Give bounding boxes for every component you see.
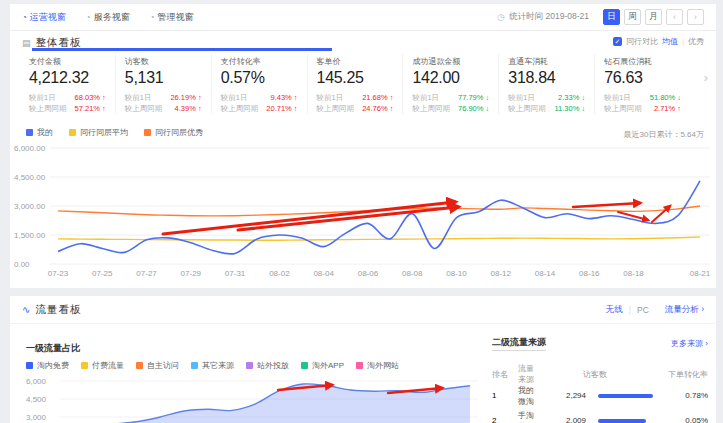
nav-tab-1[interactable]: ◔运营视窗 <box>22 11 66 24</box>
device-tab-pc[interactable]: PC <box>637 305 649 315</box>
cell-conversion: 0.78% <box>656 391 708 400</box>
cumulative-summary: 最近30日累计：5.64万 <box>624 129 704 140</box>
metric-label: 访客数 <box>125 56 202 67</box>
delta-label: 较前1日 <box>604 92 631 103</box>
more-sources-link[interactable]: 更多来源 › <box>671 338 708 349</box>
traffic-legend-swatch <box>26 362 33 369</box>
metric-delta-row: 较上周同期4.39% ↑ <box>125 103 202 114</box>
metric-card[interactable]: 钻石展位消耗76.63较前1日51.80% ↓较上周同期2.71% ↑ <box>594 54 690 114</box>
delta-label: 较上周同期 <box>604 103 642 114</box>
overview-panel: ◔运营视窗◔服务视窗◔管理视窗 ◷ 统计时间 2019-08-21 日周月 ‹ … <box>10 4 716 288</box>
table-row[interactable]: 2手淘首页2,0090.05% <box>492 408 708 423</box>
traffic-legend-label: 自主访问 <box>147 360 179 371</box>
metric-cards: 支付金额4,212.32较前1日68.03% ↑较上周同期57.21% ↑访客数… <box>20 54 690 114</box>
metric-card[interactable]: 客单价145.25较前1日21.68% ↑较上周同期24.76% ↑ <box>307 54 403 114</box>
delta-label: 较上周同期 <box>29 103 67 114</box>
metric-delta-row: 较前1日77.79% ↓ <box>412 92 489 103</box>
y-axis-tick: 1,500.00 <box>14 231 46 240</box>
traffic-legend-item[interactable]: 站外投放 <box>246 360 289 371</box>
red-annotation-arrow <box>238 207 458 230</box>
traffic-legend-item[interactable]: 自主访问 <box>136 360 179 371</box>
nav-tab-2[interactable]: ◔服务视窗 <box>86 11 130 24</box>
nav-tab-icon: ◔ <box>22 13 27 22</box>
source-table: 排名流量来源访客数下单转化率1我的微淘2,2940.78%2手淘首页2,0090… <box>492 365 708 423</box>
header-rank: 排名 <box>492 369 518 380</box>
compare-checkbox[interactable]: ✓ <box>613 37 622 46</box>
trend-line-chart: 6,000.004,500.003,000.001,500.000.0007-2… <box>10 142 714 282</box>
delta-value: 11.30% ↓ <box>554 103 585 114</box>
period-buttons: 日周月 <box>599 9 662 25</box>
cell-source-name: 我的微淘 <box>518 385 534 407</box>
delta-value: 76.90% ↓ <box>458 103 489 114</box>
delta-label: 较上周同期 <box>317 103 355 114</box>
traffic-legend-item[interactable]: 其它来源 <box>191 360 234 371</box>
traffic-legend-item[interactable]: 淘外网站 <box>356 360 399 371</box>
more-metrics-chevron-icon[interactable]: › <box>704 70 708 85</box>
metric-card[interactable]: 支付转化率0.57%较前1日9.43% ↑较上周同期20.71% ↑ <box>211 54 307 114</box>
table-row[interactable]: 1我的微淘2,2940.78% <box>492 383 708 408</box>
delta-label: 较上周同期 <box>221 103 259 114</box>
period-button-月[interactable]: 月 <box>645 9 662 25</box>
period-button-日[interactable]: 日 <box>603 9 620 25</box>
traffic-legend-item[interactable]: 付费流量 <box>81 360 124 371</box>
trend-legend: 我的同行同层平均同行同层优秀 <box>26 127 203 138</box>
traffic-share-title: 一级流量占比 <box>26 342 80 355</box>
traffic-analysis-link[interactable]: 流量分析 › <box>665 304 704 316</box>
trend-legend-item[interactable]: 同行同层优秀 <box>144 127 203 138</box>
nav-tab-icon: ◔ <box>150 13 155 22</box>
x-axis-tick: 08-06 <box>358 269 379 278</box>
metric-delta-row: 较前1日2.33% ↓ <box>508 92 585 103</box>
peer-compare-control: ✓ 同行对比 均值 | 优秀 <box>613 36 704 47</box>
nav-tab-3[interactable]: ◔管理视窗 <box>150 11 194 24</box>
series-line-我的 <box>58 181 700 254</box>
traffic-legend-swatch <box>81 362 88 369</box>
traffic-header: ∿ 流量看板 无线 | PC 流量分析 › <box>10 296 716 324</box>
compare-option-excellent[interactable]: 优秀 <box>688 36 704 47</box>
traffic-area-chart: 6,0004,5003,000 <box>20 374 482 423</box>
delta-value: 77.79% ↓ <box>458 92 489 103</box>
metric-card[interactable]: 支付金额4,212.32较前1日68.03% ↑较上周同期57.21% ↑ <box>20 54 115 114</box>
compare-option-average[interactable]: 均值 <box>662 36 678 47</box>
table-header-row: 排名流量来源访客数下单转化率 <box>492 365 708 383</box>
delta-value: 51.80% ↓ <box>650 92 681 103</box>
delta-label: 较前1日 <box>221 92 248 103</box>
traffic-legend-item[interactable]: 淘内免费 <box>26 360 69 371</box>
metric-label: 直通车消耗 <box>508 56 585 67</box>
metric-card[interactable]: 直通车消耗318.84较前1日2.33% ↓较上周同期11.30% ↓ <box>498 54 594 114</box>
period-button-周[interactable]: 周 <box>624 9 641 25</box>
cell-conversion: 0.05% <box>656 416 708 423</box>
y-axis-tick: 4,500.00 <box>14 173 46 182</box>
nav-tab-label: 运营视窗 <box>30 11 66 24</box>
x-axis-tick: 08-04 <box>313 269 334 278</box>
metric-value: 145.25 <box>317 69 394 87</box>
metric-card[interactable]: 访客数5,131较前1日26.19% ↑较上周同期4.39% ↑ <box>115 54 211 114</box>
delta-value: 9.43% ↑ <box>270 92 297 103</box>
stat-date: 2019-08-21 <box>546 11 589 21</box>
trend-legend-item[interactable]: 我的 <box>26 127 53 138</box>
traffic-legend-item[interactable]: 淘外APP <box>301 360 344 371</box>
metric-delta-row: 较前1日21.68% ↑ <box>317 92 394 103</box>
metric-value: 5,131 <box>125 69 202 87</box>
traffic-panel: ∿ 流量看板 无线 | PC 流量分析 › 一级流量占比 淘内免费付费流量自主访… <box>10 296 716 423</box>
red-annotation-arrow <box>163 202 455 234</box>
trend-legend-item[interactable]: 同行同层平均 <box>69 127 128 138</box>
traffic-analysis-label: 流量分析 <box>665 304 699 314</box>
delta-label: 较上周同期 <box>412 103 450 114</box>
metric-delta-row: 较上周同期11.30% ↓ <box>508 103 585 114</box>
metric-delta-row: 较前1日9.43% ↑ <box>221 92 298 103</box>
traffic-legend-swatch <box>301 362 308 369</box>
clock-icon: ◷ <box>497 12 505 22</box>
delta-label: 较上周同期 <box>508 103 546 114</box>
delta-label: 较前1日 <box>125 92 152 103</box>
metric-card[interactable]: 成功退款金额142.00较前1日77.79% ↓较上周同期76.90% ↓ <box>402 54 498 114</box>
trend-legend-swatch <box>144 129 151 136</box>
metric-delta-row: 较前1日26.19% ↑ <box>125 92 202 103</box>
next-date-button[interactable]: › <box>687 9 704 25</box>
traffic-legend-swatch <box>136 362 143 369</box>
x-axis-tick: 08-10 <box>446 269 467 278</box>
red-annotation-arrow <box>652 206 670 222</box>
delta-value: 26.19% ↑ <box>170 92 201 103</box>
prev-date-button[interactable]: ‹ <box>666 9 683 25</box>
device-tab-wireless[interactable]: 无线 <box>606 304 623 316</box>
x-axis-tick: 08-16 <box>579 269 600 278</box>
